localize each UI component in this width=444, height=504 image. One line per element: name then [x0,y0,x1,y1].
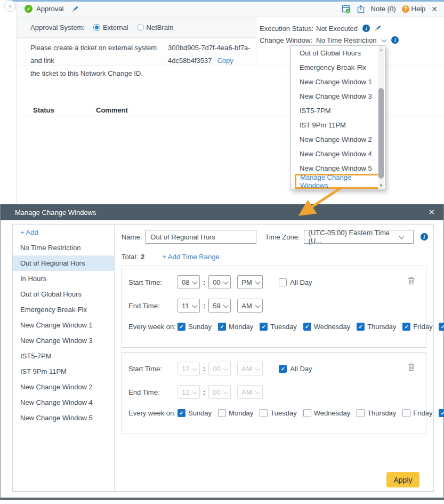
dropdown-item[interactable]: New Change Window 1 [291,75,385,89]
note-button[interactable]: Note (0) [371,5,396,13]
apply-button[interactable]: Apply [386,472,419,487]
timezone-label: Time Zone: [265,233,300,241]
checkbox-icon [402,409,410,417]
info-icon[interactable] [421,233,428,241]
end-hour-select[interactable]: 11 [177,299,200,313]
add-time-range-link[interactable]: + Add Time Range [162,253,219,261]
weekday-checkbox[interactable]: Tuesday [260,409,296,417]
start-hour-select[interactable]: 08 [177,275,200,289]
chevron-down-icon [255,365,261,371]
dropdown-item[interactable]: IST5-7PM [291,103,385,118]
sidebar-item[interactable]: Out of Regional Hors [13,255,114,271]
all-day-checkbox[interactable]: All Day [279,278,312,286]
radio-selected-icon [93,24,100,31]
manage-change-windows-modal: Manage Change Windows + Add No Time Rest… [0,204,444,500]
total-label: Total: [122,253,138,261]
all-day-checkbox[interactable]: All Day [279,365,312,373]
checkbox-icon [279,278,287,286]
help-button[interactable]: Help [402,5,426,13]
start-minute-select[interactable]: 00 [208,362,231,375]
scrollbar-thumb[interactable] [378,88,384,179]
sidebar-item[interactable]: No Time Restriction [13,240,114,255]
end-meridiem-select[interactable]: AM [237,385,263,399]
radio-external[interactable]: External [93,23,128,31]
info-icon[interactable] [391,36,399,44]
dropdown-scrollbar[interactable] [378,46,384,189]
start-minute-select[interactable]: 00 [208,275,231,289]
start-meridiem-select[interactable]: PM [237,275,263,289]
column-header-status: Status [33,106,54,114]
weekday-checkbox[interactable]: Thursday [357,409,396,417]
scroll-up-icon[interactable] [378,46,384,53]
sidebar-item[interactable]: New Change Window 2 [13,379,114,395]
info-icon[interactable] [362,25,370,32]
timezone-value: (UTC-05:00) Eastern Time (U... [309,229,399,245]
change-window-value[interactable]: No Time Restriction [316,36,376,44]
dropdown-item[interactable]: Out of Global Hours [291,46,385,60]
radio-netbrain[interactable]: NetBrain [137,23,174,31]
weekday-checkbox[interactable]: Wednesday [303,409,350,417]
checkbox-icon [303,323,311,331]
schedule-icon[interactable] [342,4,351,13]
checkbox-icon [260,323,268,331]
sidebar-item[interactable]: New Change Window 5 [13,410,114,426]
weekday-checkbox[interactable]: Saturday [439,323,444,331]
checkbox-icon [177,409,185,417]
collapse-panel-button[interactable] [4,0,16,12]
weekday-checkbox[interactable]: Friday [402,323,432,331]
weekday-checkbox[interactable]: Sunday [177,409,212,417]
delete-time-range-icon[interactable] [407,276,415,285]
dropdown-item[interactable]: New Change Window 4 [291,147,385,161]
edit-title-icon[interactable] [71,5,79,13]
end-minute-select[interactable]: 00 [208,385,231,399]
dropdown-item[interactable]: Emergency Break-Flx [291,60,385,75]
chevron-down-icon[interactable] [382,37,387,42]
chevron-down-icon [223,389,229,394]
chevron-down-icon [192,389,198,394]
weekday-checkbox[interactable]: Sunday [177,323,212,331]
add-change-window-link[interactable]: + Add [13,225,114,240]
weekday-checkbox[interactable]: Friday [402,409,432,417]
ticket-info-row: Please create a ticket on external syste… [17,38,256,66]
sidebar-item[interactable]: In Hours [13,271,114,286]
sidebar-item[interactable]: New Change Window 1 [13,317,114,333]
weekday-checkbox[interactable]: Monday [218,409,253,417]
time-range-card: Start Time: 08 : 00 PM All Day End Time:… [122,266,426,348]
edit-execution-status-icon[interactable] [374,25,382,32]
dropdown-item[interactable]: IST 9Pm 11PM [291,118,385,132]
checkbox-icon [218,323,226,331]
weekday-checkbox[interactable]: Tuesday [260,323,296,331]
approval-header: Approval Note (0) Help [17,2,444,17]
sidebar-item[interactable]: New Change Window 3 [13,333,114,348]
weekday-checkbox[interactable]: Wednesday [303,323,350,331]
name-label: Name: [122,233,142,241]
end-hour-select[interactable]: 12 [177,385,200,399]
chevron-down-icon [399,234,404,239]
weekday-checkbox[interactable]: Saturday [439,409,444,417]
weekday-checkbox[interactable]: Monday [218,323,253,331]
start-meridiem-select[interactable]: AM [237,362,263,375]
change-window-list: + Add No Time Restriction Out of Regiona… [13,225,115,491]
close-panel-icon[interactable] [431,5,438,13]
export-icon[interactable] [357,5,365,13]
sidebar-item[interactable]: New Change Window 4 [13,395,114,410]
timezone-select[interactable]: (UTC-05:00) Eastern Time (U... [304,230,414,244]
sidebar-item[interactable]: IST5-7PM [13,348,114,364]
modal-close-icon[interactable] [428,207,435,217]
weekday-checkbox[interactable]: Thursday [357,323,396,331]
name-input[interactable] [146,230,256,244]
copy-link[interactable]: Copy [217,57,233,65]
time-range-card: Start Time: 12 : 00 AM All Day End Time:… [122,352,426,434]
dropdown-item[interactable]: New Change Window 3 [291,89,385,103]
sidebar-item[interactable]: IST 9Pm 11PM [13,364,114,379]
start-hour-select[interactable]: 12 [177,362,200,375]
execution-status-value: Not Executed [316,25,358,33]
dropdown-item[interactable]: New Change Window 2 [291,132,385,147]
end-minute-select[interactable]: 59 [208,299,231,313]
delete-time-range-icon[interactable] [407,363,415,372]
sidebar-item[interactable]: Out of Global Hours [13,286,114,302]
end-meridiem-select[interactable]: AM [237,299,263,313]
sidebar-item[interactable]: Emergency Break-Flx [13,302,114,317]
checkbox-icon [218,409,226,417]
scroll-down-icon[interactable] [378,182,384,189]
